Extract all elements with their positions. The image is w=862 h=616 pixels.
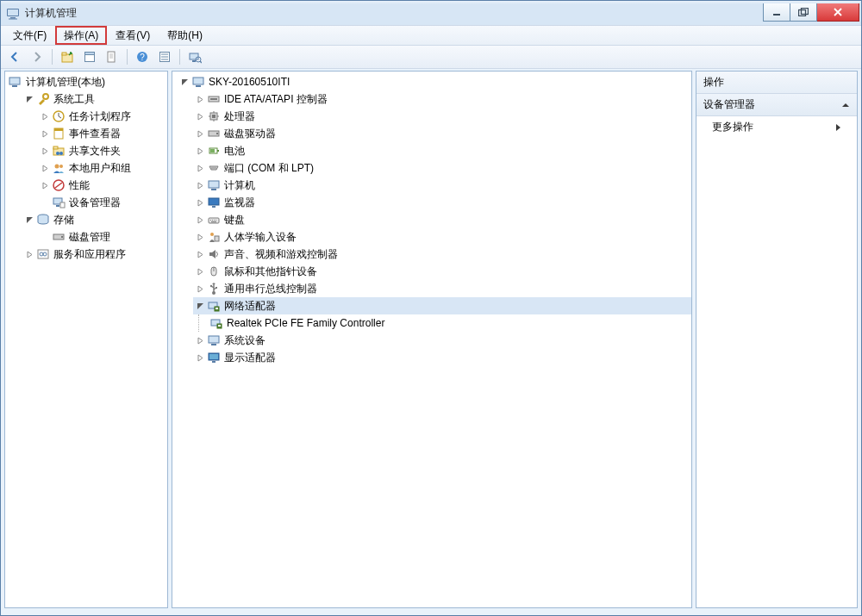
dev-mouse[interactable]: 鼠标和其他指针设备 [193,263,691,280]
app-icon [6,6,20,20]
forward-button[interactable] [27,47,47,67]
network-adapter-icon [207,299,221,313]
tree-device-manager[interactable]: 设备管理器 [38,194,167,211]
export-button[interactable] [102,47,122,67]
dev-keyboard[interactable]: 键盘 [193,211,691,228]
svg-rect-85 [216,308,218,309]
svg-point-43 [61,236,63,238]
actions-subheader[interactable]: 设备管理器 [696,94,857,116]
collapse-icon[interactable] [24,94,34,104]
tree-storage[interactable]: 存储 [22,211,167,228]
expand-icon[interactable] [195,146,205,156]
expand-icon[interactable] [40,111,50,121]
svg-rect-90 [211,344,216,345]
expand-icon[interactable] [40,180,50,190]
collapse-icon[interactable] [179,77,190,87]
dev-system-devices[interactable]: 系统设备 [193,332,691,349]
svg-point-58 [216,133,218,134]
usb-icon [207,282,221,296]
computer-management-icon [9,75,22,89]
dev-display[interactable]: 显示适配器 [193,349,691,366]
maximize-button[interactable] [790,3,817,22]
expand-icon[interactable] [195,163,205,173]
menu-action[interactable]: 操作(A) [55,26,107,45]
dev-computer[interactable]: 计算机 [193,177,691,194]
expand-icon[interactable] [195,249,205,259]
tree-disk-management[interactable]: 磁盘管理 [38,228,167,246]
dev-network[interactable]: 网络适配器 [193,297,691,314]
collapse-icon[interactable] [24,215,34,225]
dev-usb[interactable]: 通用串行总线控制器 [193,280,691,297]
tree-root[interactable]: 计算机管理(本地) [7,73,167,90]
actions-more[interactable]: 更多操作 [696,116,857,138]
tree-task-scheduler[interactable]: 任务计划程序 [38,108,167,125]
svg-rect-6 [802,9,809,15]
expand-icon[interactable] [40,163,50,173]
tree-services-apps[interactable]: 服务和应用程序 [22,246,167,263]
details-button[interactable] [154,47,175,67]
content: 计算机管理(本地) 系统工具 [1,69,861,615]
expand-icon[interactable] [195,232,205,242]
dev-cpu[interactable]: 处理器 [193,108,691,125]
tree-shared-folders[interactable]: 共享文件夹 [38,142,167,159]
svg-rect-72 [214,220,215,221]
expand-icon[interactable] [40,146,50,156]
hid-icon [207,230,221,244]
dev-sound[interactable]: 声音、视频和游戏控制器 [193,246,691,263]
svg-rect-10 [85,53,95,55]
svg-rect-65 [209,181,219,188]
svg-rect-88 [218,325,221,327]
menu-help[interactable]: 帮助(H) [159,26,211,45]
dev-ide[interactable]: IDE ATA/ATAPI 控制器 [193,90,691,108]
dev-network-realtek[interactable]: Realtek PCIe FE Family Controller [198,314,691,332]
back-button[interactable] [4,47,25,67]
toolbar: ? [1,46,861,69]
minimize-button[interactable] [763,3,790,22]
up-button[interactable] [57,47,78,67]
scan-button[interactable] [184,47,205,67]
tree-system-tools[interactable]: 系统工具 [22,90,167,108]
dev-battery[interactable]: 电池 [193,142,691,159]
dev-monitor[interactable]: 监视器 [193,194,691,211]
expand-icon[interactable] [195,111,205,121]
close-button[interactable] [817,3,859,22]
tree-event-viewer[interactable]: 事件查看器 [38,125,167,142]
expand-icon[interactable] [195,128,205,139]
expand-icon[interactable] [195,180,205,190]
tree-performance[interactable]: 性能 [38,177,167,194]
properties-button[interactable] [79,47,100,67]
menu-file[interactable]: 文件(F) [4,26,55,45]
expand-icon[interactable] [195,283,205,294]
svg-point-35 [55,165,59,169]
help-button[interactable]: ? [132,47,153,67]
mouse-icon [207,264,221,278]
svg-rect-8 [62,53,66,55]
expand-icon[interactable] [195,335,205,345]
svg-point-27 [43,94,48,99]
svg-rect-25 [9,78,20,84]
dev-hid[interactable]: 人体学输入设备 [193,228,691,246]
expand-icon[interactable] [195,215,205,225]
dev-disk[interactable]: 磁盘驱动器 [193,125,691,142]
expand-icon[interactable] [195,266,205,277]
window: 计算机管理 文件(F) 操作(A) 查看(V) 帮助(H) ? [0,0,862,616]
expand-icon[interactable] [195,197,205,208]
menu-view[interactable]: 查看(V) [107,26,159,45]
expand-icon[interactable] [195,94,205,104]
cpu-icon [207,109,221,123]
collapse-icon[interactable] [195,301,205,311]
expand-icon[interactable] [195,352,205,363]
svg-rect-3 [9,19,17,20]
management-tree[interactable]: 计算机管理(本地) 系统工具 [5,72,167,264]
svg-rect-67 [209,198,219,205]
device-root[interactable]: SKY-20160510ITI [178,73,691,90]
device-tree[interactable]: SKY-20160510ITI IDE ATA/ATAPI 控制器 处理器 磁盘… [172,72,691,368]
svg-rect-61 [210,149,215,152]
expand-icon[interactable] [40,128,50,139]
svg-rect-39 [56,205,59,207]
tree-local-users[interactable]: 本地用户和组 [38,159,167,177]
monitor-icon [207,196,221,209]
expand-icon[interactable] [24,249,34,259]
dev-ports[interactable]: 端口 (COM 和 LPT) [193,159,691,177]
svg-point-36 [59,165,63,168]
